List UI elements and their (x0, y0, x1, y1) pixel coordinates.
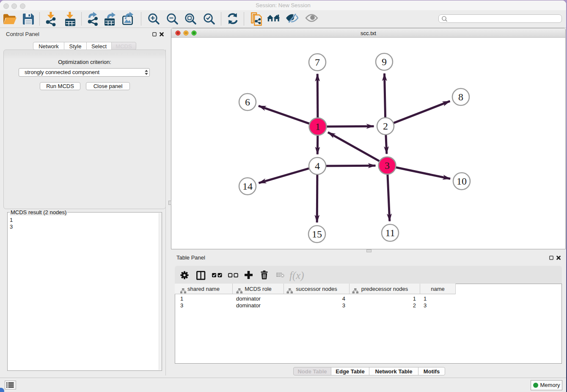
svg-text:10: 10 (457, 176, 467, 187)
svg-text:14: 14 (242, 181, 253, 192)
svg-text:9: 9 (382, 56, 387, 67)
svg-text:15: 15 (312, 229, 322, 240)
svg-text:1: 1 (315, 121, 320, 132)
svg-text:f(x): f(x) (289, 270, 304, 282)
svg-text:7: 7 (315, 57, 320, 68)
svg-text:11: 11 (385, 227, 395, 238)
svg-text:3: 3 (385, 160, 390, 171)
svg-text:2: 2 (383, 121, 388, 132)
svg-text:6: 6 (245, 97, 250, 108)
svg-text:8: 8 (458, 91, 463, 102)
svg-text:4: 4 (315, 160, 320, 171)
